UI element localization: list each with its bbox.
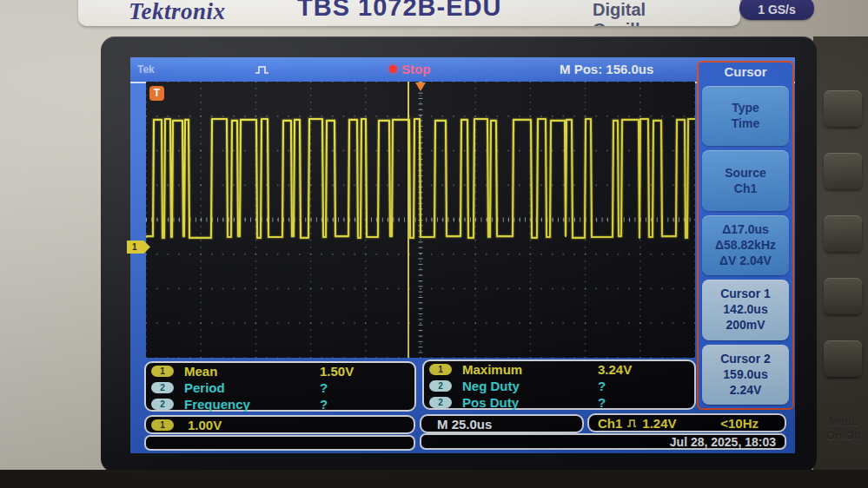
measurement-value: 3.24V — [598, 362, 632, 377]
menu-onoff-button[interactable]: MenuOn/Off — [820, 415, 867, 443]
oscilloscope-photo: Tektronix TBS 1072B-EDU Digital Oscillos… — [0, 0, 868, 488]
measurement-label: Period — [184, 380, 225, 395]
trigger-source: Ch1 — [598, 416, 622, 431]
measurement-value: ? — [320, 397, 328, 412]
measurement-value: 1.50V — [320, 364, 354, 379]
measurement-value: ? — [598, 379, 606, 393]
bezel-softkey-4[interactable] — [824, 278, 862, 314]
measurement-value: ? — [320, 380, 328, 395]
model-family: Digital Oscilloscope — [593, 0, 740, 26]
measurement-box-right: 1Maximum3.24V2Neg Duty?2Pos Duty? — [422, 359, 696, 410]
model-number: TBS 1072B-EDU — [297, 0, 501, 22]
measurement-row: 1Maximum3.24V — [424, 362, 694, 378]
trigger-level: 1.24V — [642, 416, 676, 431]
softkey-label: Δ17.0us — [722, 222, 769, 237]
horizontal-position-readout: M Pos: 156.0us — [560, 62, 653, 76]
channel-badge: 2 — [151, 382, 174, 393]
trigger-slope-icon — [255, 64, 270, 75]
channel-badge: 1 — [429, 364, 452, 375]
measurement-value: ? — [598, 395, 606, 410]
softkey-label: Δ58.82kHz — [715, 238, 776, 253]
acquisition-status: Stop — [401, 62, 430, 76]
device-label: Tektronix TBS 1072B-EDU Digital Oscillos… — [78, 0, 740, 26]
softkey-label: Ch1 — [734, 181, 757, 196]
cursor-menu-panel: Cursor TypeTimeSourceCh1Δ17.0usΔ58.82kHz… — [697, 61, 794, 410]
softkey-label: 2.24V — [730, 383, 762, 398]
softkey-label: Cursor 1 — [720, 287, 771, 301]
brand-logo: Tektronix — [129, 0, 226, 25]
trigger-position-arrow[interactable] — [415, 82, 426, 91]
measurement-label: Maximum — [462, 362, 522, 377]
softkey-label: 200mV — [726, 318, 765, 333]
tek-screen-logo: Tek — [137, 63, 155, 76]
stop-indicator-dot — [389, 65, 397, 73]
channel-badge: 2 — [151, 399, 174, 410]
softkey-label: Source — [725, 166, 765, 181]
softkey-label: 142.0us — [723, 302, 767, 317]
measurement-row: 2Period? — [146, 380, 414, 396]
menu-title: Cursor — [702, 64, 789, 82]
channel-badge: 1 — [151, 366, 174, 377]
measurement-box-left: 1Mean1.50V2Period?2Frequency? — [144, 361, 416, 412]
channel-badge: 2 — [429, 380, 452, 392]
ch1-scale-value: 1.00V — [188, 418, 222, 432]
measurement-row: 2Neg Duty? — [424, 379, 694, 394]
measurement-label: Mean — [184, 364, 217, 379]
trigger-frequency: <10Hz — [720, 416, 759, 431]
chassis-bottom — [0, 470, 868, 488]
softkey-source[interactable]: SourceCh1 — [702, 150, 789, 210]
softkey-cursor1[interactable]: Cursor 1142.0us200mV — [702, 280, 789, 340]
trigger-readout: Ch1 1.24V <10Hz — [587, 413, 786, 432]
softkey-type[interactable]: TypeTime — [702, 86, 789, 146]
bezel-softkey-5[interactable] — [824, 340, 862, 377]
measurement-label: Pos Duty — [462, 395, 519, 410]
sample-rate-badge: 1 GS/s — [739, 0, 814, 20]
channel-badge: 2 — [429, 397, 452, 408]
softkey-label: ΔV 2.04V — [719, 254, 772, 268]
screen-top-bar — [130, 57, 795, 83]
bezel-softkey-2[interactable] — [824, 153, 862, 189]
softkey-label: Type — [732, 101, 759, 115]
softkey-label: Time — [732, 116, 759, 131]
bezel-softkey-3[interactable] — [824, 215, 862, 252]
softkey-label: 159.0us — [723, 367, 767, 382]
measurement-label: Frequency — [184, 397, 250, 412]
trigger-t-marker: T — [149, 86, 164, 101]
ch1-scale-readout: 1 1.00V — [144, 415, 415, 434]
timebase-readout: M 25.0us — [420, 414, 584, 433]
ch1-badge: 1 — [151, 419, 174, 431]
waveform-display — [146, 82, 695, 358]
softkey-cursor2[interactable]: Cursor 2159.0us2.24V — [702, 345, 789, 405]
bezel-softkey-1[interactable] — [824, 90, 862, 127]
trigger-pulse-icon — [627, 419, 637, 428]
datetime-readout: Jul 28, 2025, 18:03 — [420, 433, 786, 450]
measurement-row: 2Frequency? — [146, 397, 414, 412]
status-strip-left — [144, 435, 415, 451]
measurement-row: 1Mean1.50V — [146, 364, 414, 379]
measurement-label: Neg Duty — [462, 379, 520, 393]
measurement-row: 2Pos Duty? — [424, 395, 694, 411]
softkey-label: Cursor 2 — [720, 352, 771, 366]
softkey-delta[interactable]: Δ17.0usΔ58.82kHzΔV 2.04V — [702, 215, 789, 275]
